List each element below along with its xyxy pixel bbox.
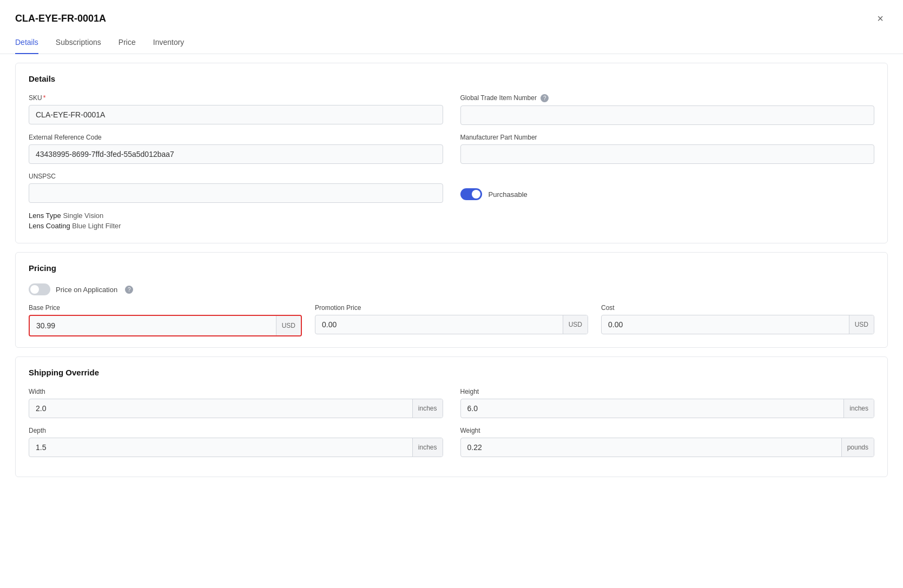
base-price-label: Base Price [29, 304, 302, 312]
tab-price[interactable]: Price [118, 31, 136, 54]
details-section-title: Details [29, 74, 874, 83]
tab-inventory[interactable]: Inventory [153, 31, 184, 54]
promotion-price-input-container: USD [315, 315, 588, 334]
base-price-group: Base Price USD [29, 304, 302, 336]
width-input[interactable] [29, 399, 412, 418]
lens-coating-row: Lens Coating Blue Light Filter [29, 222, 874, 230]
price-on-application-toggle[interactable] [29, 283, 50, 295]
unspsc-purchasable-row: UNSPSC Purchasable [29, 173, 874, 203]
height-group: Height inches [460, 388, 875, 418]
depth-unit: inches [412, 438, 443, 457]
promotion-price-currency: USD [563, 315, 588, 334]
base-price-currency: USD [276, 316, 301, 335]
lens-coating-key: Lens Coating [29, 222, 72, 230]
base-price-wrapper: USD [29, 315, 302, 336]
close-button[interactable]: × [873, 11, 888, 26]
height-input[interactable] [461, 399, 844, 418]
external-ref-label: External Reference Code [29, 134, 443, 141]
gtin-group: Global Trade Item Number ? [460, 94, 875, 125]
cost-group: Cost USD [601, 304, 874, 336]
depth-input[interactable] [29, 438, 412, 457]
tabs-bar: Details Subscriptions Price Inventory [0, 31, 903, 54]
lens-type-row: Lens Type Single Vision [29, 212, 874, 220]
price-on-application-slider [29, 283, 50, 295]
weight-input-container: pounds [460, 438, 875, 457]
height-input-container: inches [460, 399, 875, 418]
depth-label: Depth [29, 427, 443, 434]
width-unit: inches [412, 399, 443, 418]
width-group: Width inches [29, 388, 443, 418]
extref-manufacturer-row: External Reference Code Manufacturer Par… [29, 134, 874, 164]
shipping-section: Shipping Override Width inches Height in… [15, 356, 888, 477]
base-price-input-container: USD [30, 316, 301, 335]
page-title: CLA-EYE-FR-0001A [15, 13, 106, 24]
promotion-price-input[interactable] [315, 315, 563, 334]
promotion-price-group: Promotion Price USD [315, 304, 588, 336]
lens-type-key: Lens Type [29, 212, 63, 220]
price-on-application-label: Price on Application [56, 286, 117, 294]
pricing-section: Pricing Price on Application ? Base Pric… [15, 252, 888, 348]
tab-subscriptions[interactable]: Subscriptions [56, 31, 101, 54]
depth-weight-row: Depth inches Weight pounds [29, 427, 874, 457]
manufacturer-input[interactable] [460, 144, 875, 164]
gtin-input[interactable] [460, 105, 875, 125]
cost-input-container: USD [601, 315, 874, 334]
external-ref-input[interactable] [29, 144, 443, 164]
gtin-help-icon[interactable]: ? [541, 94, 549, 102]
pricing-row: Base Price USD Promotion Price USD C [29, 304, 874, 336]
weight-group: Weight pounds [460, 427, 875, 457]
purchasable-group: Purchasable [460, 173, 875, 203]
cost-input[interactable] [602, 315, 849, 334]
tab-details[interactable]: Details [15, 31, 38, 54]
sku-input[interactable] [29, 105, 443, 124]
weight-label: Weight [460, 427, 875, 434]
weight-unit: pounds [841, 438, 874, 457]
gtin-label: Global Trade Item Number ? [460, 94, 875, 102]
pricing-section-title: Pricing [29, 263, 874, 273]
height-label: Height [460, 388, 875, 395]
width-height-row: Width inches Height inches [29, 388, 874, 418]
unspsc-group: UNSPSC [29, 173, 443, 203]
sku-label: SKU* [29, 94, 443, 102]
purchasable-toggle[interactable] [460, 188, 482, 200]
manufacturer-label: Manufacturer Part Number [460, 134, 875, 141]
external-ref-group: External Reference Code [29, 134, 443, 164]
price-on-application-group: Price on Application ? [29, 283, 874, 295]
sku-group: SKU* [29, 94, 443, 125]
depth-group: Depth inches [29, 427, 443, 457]
required-star: * [43, 94, 46, 102]
depth-input-container: inches [29, 438, 443, 457]
shipping-section-title: Shipping Override [29, 368, 874, 377]
unspsc-label: UNSPSC [29, 173, 443, 180]
purchasable-label: Purchasable [489, 190, 528, 199]
lens-type-value: Single Vision [63, 212, 103, 220]
cost-label: Cost [601, 304, 874, 312]
lens-coating-value: Blue Light Filter [72, 222, 121, 230]
price-on-application-help-icon[interactable]: ? [125, 286, 133, 294]
details-section: Details SKU* Global Trade Item Number ? … [15, 63, 888, 243]
width-input-container: inches [29, 399, 443, 418]
width-label: Width [29, 388, 443, 395]
promotion-price-label: Promotion Price [315, 304, 588, 312]
purchasable-slider [460, 188, 482, 200]
base-price-input[interactable] [30, 316, 276, 335]
unspsc-input[interactable] [29, 183, 443, 203]
manufacturer-group: Manufacturer Part Number [460, 134, 875, 164]
cost-currency: USD [849, 315, 874, 334]
sku-gtin-row: SKU* Global Trade Item Number ? [29, 94, 874, 125]
height-unit: inches [843, 399, 874, 418]
page-container: CLA-EYE-FR-0001A × Details Subscriptions… [0, 0, 903, 588]
weight-input[interactable] [461, 438, 841, 457]
page-header: CLA-EYE-FR-0001A × [0, 0, 903, 26]
